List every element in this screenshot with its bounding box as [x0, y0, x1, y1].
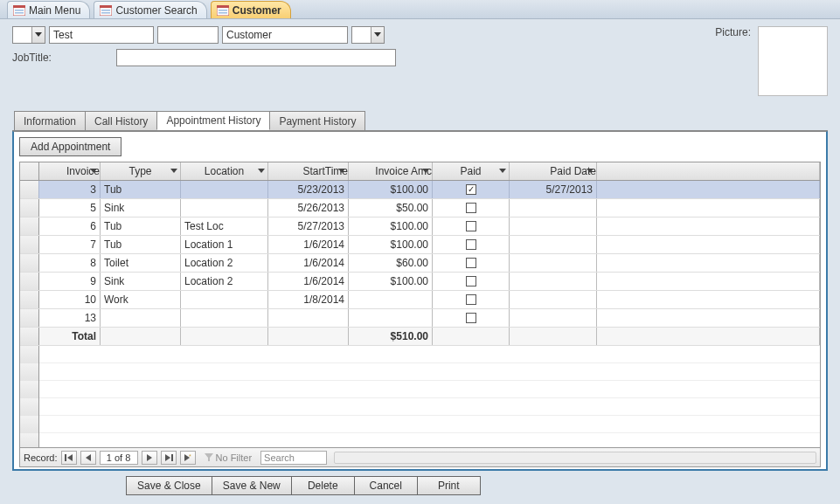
title-combo[interactable]: [12, 26, 45, 44]
col-location[interactable]: Location: [181, 162, 268, 180]
table-row[interactable]: 3Tub5/23/2013$100.00✓5/27/2013: [20, 181, 820, 199]
table-row[interactable]: 5Sink5/26/2013$50.00: [20, 199, 820, 217]
cell-type[interactable]: Work: [101, 291, 181, 308]
table-row[interactable]: 8ToiletLocation 21/6/2014$60.00: [20, 254, 820, 273]
cell-paid-date[interactable]: [510, 291, 597, 308]
checkbox-icon[interactable]: [466, 313, 476, 323]
cell-type[interactable]: Tub: [101, 236, 181, 253]
save-new-button[interactable]: Save & New: [212, 476, 292, 495]
row-selector[interactable]: [20, 291, 39, 308]
cell-invoice[interactable]: 8: [39, 254, 101, 272]
nav-next-button[interactable]: [142, 451, 157, 465]
cell-start-time[interactable]: 5/26/2013: [268, 199, 349, 217]
picture-frame[interactable]: [758, 26, 828, 96]
row-selector[interactable]: [20, 199, 39, 217]
cell-paid[interactable]: [433, 291, 510, 308]
nav-first-button[interactable]: [61, 451, 77, 465]
print-button[interactable]: Print: [418, 476, 481, 495]
last-name-field[interactable]: Customer: [222, 26, 348, 44]
table-row[interactable]: 7TubLocation 11/6/2014$100.00: [20, 236, 820, 254]
cell-location[interactable]: [181, 291, 268, 308]
cell-paid[interactable]: [433, 254, 510, 272]
nav-new-button[interactable]: *: [180, 451, 196, 465]
cell-location[interactable]: [181, 181, 268, 198]
row-selector[interactable]: [20, 236, 39, 253]
cell-invoice[interactable]: 10: [39, 291, 101, 308]
checkbox-icon[interactable]: [466, 203, 476, 213]
nav-last-button[interactable]: [161, 451, 177, 465]
table-row[interactable]: 10Work1/8/2014: [20, 291, 820, 309]
cell-paid[interactable]: [433, 199, 510, 217]
cell-invoice[interactable]: 13: [39, 309, 101, 327]
cell-start-time[interactable]: 1/6/2014: [268, 236, 349, 253]
checkbox-icon[interactable]: [466, 221, 476, 231]
col-start-time[interactable]: StartTime: [268, 162, 349, 180]
cell-type[interactable]: Sink: [101, 199, 181, 217]
checkbox-icon[interactable]: ✓: [466, 184, 476, 195]
col-type[interactable]: Type: [101, 162, 181, 180]
cell-paid-date[interactable]: [510, 236, 597, 253]
cell-paid[interactable]: [433, 273, 510, 290]
checkbox-icon[interactable]: [466, 239, 476, 250]
cell-paid-date[interactable]: [510, 309, 597, 327]
add-appointment-button[interactable]: Add Appointment: [19, 137, 121, 156]
cell-location[interactable]: Location 1: [181, 236, 268, 253]
col-invoice-amt[interactable]: Invoice Amc: [349, 162, 433, 180]
cell-paid-date[interactable]: [510, 254, 597, 272]
cell-paid-date[interactable]: 5/27/2013: [510, 181, 597, 198]
cell-invoice-amt[interactable]: $50.00: [349, 199, 433, 217]
cell-paid[interactable]: [433, 217, 510, 235]
cell-start-time[interactable]: [268, 309, 349, 327]
job-title-field[interactable]: [116, 49, 396, 66]
row-selector[interactable]: [20, 254, 39, 272]
cell-start-time[interactable]: 1/8/2014: [268, 291, 349, 308]
tab-payment-history[interactable]: Payment History: [269, 111, 365, 130]
row-selector[interactable]: [20, 217, 39, 235]
cell-type[interactable]: Sink: [101, 273, 181, 290]
checkbox-icon[interactable]: [466, 294, 476, 305]
middle-name-field[interactable]: [157, 26, 219, 44]
suffix-combo[interactable]: [351, 26, 385, 44]
cell-invoice-amt[interactable]: $100.00: [349, 181, 433, 198]
doc-tab-main-menu[interactable]: Main Menu: [7, 1, 90, 18]
cell-type[interactable]: [101, 309, 181, 327]
cell-type[interactable]: Tub: [101, 217, 181, 235]
row-selector[interactable]: [20, 181, 39, 198]
col-invoice[interactable]: Invoice: [39, 162, 101, 180]
first-name-field[interactable]: Test: [49, 26, 154, 44]
no-filter-indicator[interactable]: No Filter: [205, 452, 253, 463]
cell-paid[interactable]: [433, 309, 510, 327]
cell-invoice[interactable]: 9: [39, 273, 101, 290]
cell-paid[interactable]: ✓: [433, 181, 510, 198]
cell-invoice-amt[interactable]: $100.00: [349, 236, 433, 253]
tab-information[interactable]: Information: [14, 111, 86, 130]
doc-tab-customer-search[interactable]: Customer Search: [94, 1, 206, 18]
col-paid[interactable]: Paid: [433, 162, 510, 180]
tab-appointment-history[interactable]: Appointment History: [156, 111, 270, 130]
cell-location[interactable]: [181, 309, 268, 327]
row-selector-header[interactable]: [20, 162, 39, 180]
cell-location[interactable]: [181, 199, 268, 217]
delete-button[interactable]: Delete: [292, 476, 355, 495]
cell-location[interactable]: Test Loc: [181, 217, 268, 235]
cell-invoice[interactable]: 6: [39, 217, 101, 235]
cancel-button[interactable]: Cancel: [355, 476, 418, 495]
cell-invoice[interactable]: 5: [39, 199, 101, 217]
row-selector[interactable]: [20, 273, 39, 290]
checkbox-icon[interactable]: [466, 276, 476, 287]
search-input[interactable]: Search: [260, 451, 327, 465]
cell-type[interactable]: Tub: [101, 181, 181, 198]
cell-location[interactable]: Location 2: [181, 273, 268, 290]
cell-type[interactable]: Toilet: [101, 254, 181, 272]
cell-start-time[interactable]: 1/6/2014: [268, 273, 349, 290]
doc-tab-customer[interactable]: Customer: [211, 1, 291, 18]
cell-start-time[interactable]: 5/23/2013: [268, 181, 349, 198]
save-close-button[interactable]: Save & Close: [126, 476, 212, 495]
checkbox-icon[interactable]: [466, 258, 476, 268]
table-row[interactable]: 6TubTest Loc5/27/2013$100.00: [20, 217, 820, 236]
cell-invoice-amt[interactable]: $60.00: [349, 254, 433, 272]
cell-paid-date[interactable]: [510, 217, 597, 235]
cell-start-time[interactable]: 5/27/2013: [268, 217, 349, 235]
cell-invoice[interactable]: 7: [39, 236, 101, 253]
nav-prev-button[interactable]: [80, 451, 96, 465]
